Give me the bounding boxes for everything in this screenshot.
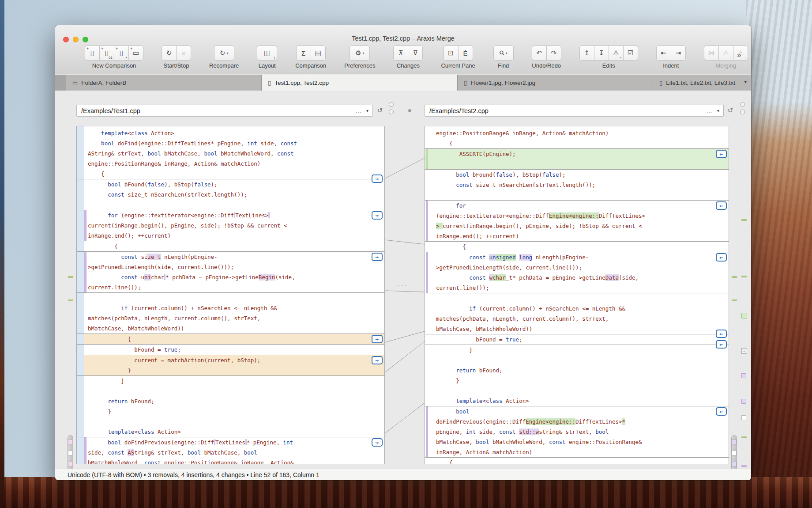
next-edit-button[interactable]: ↧ <box>594 45 609 61</box>
left-code-editor[interactable]: template<class Action> bool doFind(engin… <box>77 126 384 464</box>
toolbar-overflow-button[interactable]: » <box>737 51 741 60</box>
inserted-block: _ASSERTE(pEngine);← <box>425 148 729 170</box>
window-title: Test1.cpp, Test2.cpp – Araxis Merge <box>55 35 751 42</box>
previous-edit-button[interactable]: ↥ <box>579 45 594 61</box>
right-history-icon[interactable]: ↺ <box>726 106 735 115</box>
right-path-more-button[interactable]: … <box>706 107 717 114</box>
tab-flower1-jpg[interactable]: ▯Flower1.jpg, Flower2.jpg <box>458 75 653 91</box>
box-purple-change-mark[interactable] <box>741 399 746 404</box>
box-white-change-mark[interactable] <box>68 451 73 455</box>
find-button[interactable]: ⚲▾ <box>493 45 514 61</box>
merge-left-arrow-button[interactable]: ← <box>716 201 727 210</box>
right-pane-selector-top[interactable] <box>740 102 745 107</box>
merge-left-arrow-button[interactable]: ← <box>716 150 727 158</box>
redo-icon: ↷ <box>551 49 556 57</box>
box-purple-change-mark[interactable] <box>741 373 746 378</box>
toolbar-group-label: Edits <box>602 62 615 69</box>
dash-green-change-mark[interactable] <box>68 299 73 301</box>
tab-foldera[interactable]: ▭FolderA, FolderB <box>66 75 262 91</box>
remove-edits-button[interactable]: ⚠× <box>609 45 624 61</box>
stop-button: × <box>176 45 191 61</box>
merge-right-arrow-button[interactable]: → <box>372 211 383 220</box>
changed-block: booldoFindPrevious(engine::DiffEngine<en… <box>425 406 729 458</box>
box-green-change-mark[interactable] <box>741 313 747 318</box>
left-code-pane[interactable]: template<class Action> bool doFind(engin… <box>76 126 385 464</box>
layout-button[interactable]: ◫↕ <box>257 45 277 61</box>
tab-test1-cpp[interactable]: ▯Test1.cpp, Test2.cpp <box>262 75 458 91</box>
merge-right-arrow-button[interactable]: → <box>372 356 383 364</box>
comparison-report-button[interactable]: ▤ <box>311 45 326 61</box>
merge-right-arrow-button[interactable]: → <box>372 335 383 343</box>
comparison-content: /Examples/Test1.cpp … ▾ ↺ /Examples/Test… <box>55 91 751 469</box>
new-image-comparison-button[interactable]: ▯+▪ <box>114 45 129 61</box>
dash-green-change-mark[interactable] <box>68 276 73 278</box>
next-change-icon: ⊽ <box>413 49 418 57</box>
tab-label: Life1.txt, Life2.txt, Life3.txt <box>666 80 735 86</box>
merge-left-arrow-button[interactable]: ← <box>716 407 727 416</box>
merge-right-arrow-button[interactable]: → <box>372 253 383 261</box>
dash-green-change-mark[interactable] <box>741 276 747 277</box>
left-file-path: /Examples/Test1.cpp <box>77 107 355 114</box>
merge-left-arrow-button[interactable]: ← <box>716 330 727 338</box>
table-change-mark[interactable]: ≡ <box>741 348 747 354</box>
indent-button[interactable]: ⇥ <box>671 45 686 61</box>
box-purple-change-mark[interactable] <box>732 462 737 466</box>
outdent-button[interactable]: ⇤ <box>656 45 671 61</box>
save-button[interactable]: ⊡ <box>444 45 459 61</box>
tab-list-dropdown-icon[interactable]: ▾ <box>744 79 747 85</box>
right-code-editor[interactable]: engine::PositionRange& inRange, Action& … <box>425 126 729 464</box>
right-scrollbar-strip[interactable]: ⊼⊻ <box>730 126 738 464</box>
merge-left-arrow-button[interactable]: ← <box>716 253 727 262</box>
box-pink-change-mark[interactable] <box>68 440 73 444</box>
comparison-link-dot <box>408 109 411 112</box>
dash-purple-change-mark[interactable] <box>741 465 747 467</box>
dash-green-change-mark[interactable] <box>732 276 737 278</box>
box-white-change-mark[interactable] <box>732 451 737 455</box>
code-line: } <box>425 375 729 386</box>
new-folder-comparison-button[interactable]: ▭+ <box>128 45 143 61</box>
dash-green-change-mark[interactable] <box>732 299 737 301</box>
new-folder-comparison-icon-badge: + <box>130 46 132 51</box>
left-file-path-box[interactable]: /Examples/Test1.cpp … ▾ <box>76 105 373 117</box>
left-pane-selector-top[interactable] <box>389 102 394 107</box>
left-path-dropdown-icon[interactable]: ▾ <box>366 108 372 113</box>
merge-right-arrow-button[interactable]: → <box>372 438 383 447</box>
code-line: template<class Action> <box>425 396 729 406</box>
code-line: bFound = true; <box>425 334 729 345</box>
box-white-change-mark[interactable] <box>741 415 746 420</box>
box-purple-change-mark[interactable] <box>732 440 737 444</box>
redo-button[interactable]: ↷ <box>546 45 561 61</box>
remove-edits-icon: ⚠ <box>613 49 619 57</box>
tab-life1-txt[interactable]: ▯Life1.txt, Life2.txt, Life3.txt <box>653 75 751 91</box>
dash-green-change-mark[interactable] <box>741 219 747 221</box>
toolbar-group-label: Layout <box>259 62 276 69</box>
accept-edits-button[interactable]: ☑ <box>623 45 638 61</box>
next-change-button[interactable]: ⊽ <box>408 45 423 61</box>
preferences-gear-button[interactable]: ⚙▾ <box>350 45 370 61</box>
removed-block: {→ <box>77 334 384 345</box>
right-code-pane[interactable]: engine::PositionRange& inRange, Action& … <box>425 126 729 464</box>
toolbar-group: ⚲▾Find <box>493 45 514 69</box>
new-text-comparison-button[interactable]: ▯+ <box>85 45 100 61</box>
recompare-button[interactable]: ↻▾ <box>214 45 234 61</box>
undo-button[interactable]: ↶ <box>532 45 547 61</box>
code-line: const unichar* pchData = pEngine->getLin… <box>77 272 384 282</box>
new-binary-comparison-icon: ▯ <box>105 49 109 57</box>
right-pane-selector-bottom[interactable] <box>740 110 745 114</box>
left-path-more-button[interactable]: … <box>355 107 366 114</box>
left-pane-selector-bottom[interactable] <box>389 110 394 114</box>
previous-change-button[interactable]: ⊼ <box>393 45 408 61</box>
comparison-summary-button[interactable]: Σ <box>296 45 311 61</box>
box-pink-change-mark[interactable] <box>68 462 73 466</box>
right-path-dropdown-icon[interactable]: ▾ <box>717 108 723 113</box>
left-scrollbar-strip[interactable]: ⊼⊻▶ <box>67 126 75 464</box>
merge-left-arrow-button[interactable]: ← <box>716 340 727 349</box>
start-button[interactable]: ↻ <box>162 45 177 61</box>
dash-green-change-mark[interactable] <box>741 436 747 438</box>
toolbar-group: Σ▤Comparison <box>295 45 326 69</box>
merge-right-arrow-button[interactable]: → <box>372 174 383 183</box>
right-file-path-box[interactable]: /Examples/Test2.cpp … ▾ <box>425 105 724 117</box>
encoding-button[interactable]: É <box>458 45 473 61</box>
new-binary-comparison-button[interactable]: ▯+01 <box>99 45 114 61</box>
left-history-icon[interactable]: ↺ <box>376 106 384 115</box>
